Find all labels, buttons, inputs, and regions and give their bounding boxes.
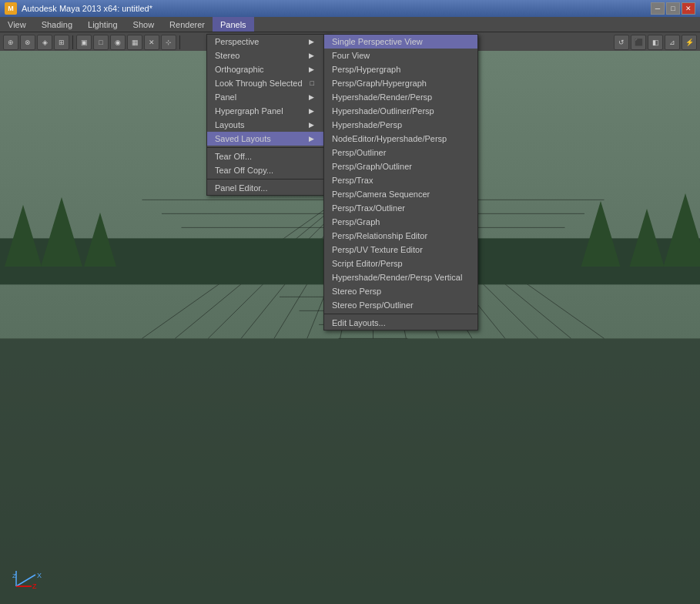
saved-layout-persp-outliner[interactable]: Persp/Outliner <box>324 146 477 159</box>
toolbar-btn-6[interactable]: □ <box>93 35 109 50</box>
panels-menu-tear-off[interactable]: Tear Off... <box>207 149 330 163</box>
saved-layout-stereo-persp-outliner[interactable]: Stereo Persp/Outliner <box>324 298 477 312</box>
toolbar-btn-1[interactable]: ⊕ <box>3 35 18 50</box>
window-title: Autodesk Maya 2013 x64: untitled* <box>22 4 651 13</box>
saved-layout-persp-graph[interactable]: Persp/Graph <box>324 215 477 229</box>
close-button[interactable]: ✕ <box>682 2 695 15</box>
toolbar-btn-10[interactable]: ⊹ <box>161 35 176 50</box>
app-icon: M <box>5 2 17 15</box>
panels-menu-orthographic[interactable]: Orthographic ▶ <box>207 62 330 76</box>
panels-menu-tear-off-copy[interactable]: Tear Off Copy... <box>207 163 330 177</box>
panels-menu-stereo[interactable]: Stereo ▶ <box>207 49 330 62</box>
maximize-button[interactable]: □ <box>666 2 680 15</box>
saved-layout-four-view[interactable]: Four View <box>324 49 477 62</box>
menu-lighting[interactable]: Lighting <box>80 17 126 32</box>
saved-layout-persp-uv-texture-editor[interactable]: Persp/UV Texture Editor <box>324 243 477 257</box>
saved-layout-script-editor-persp[interactable]: Script Editor/Persp <box>324 257 477 270</box>
menu-shading[interactable]: Shading <box>34 17 80 32</box>
saved-layouts-sep <box>324 314 477 314</box>
toolbar-sep-1 <box>72 35 73 49</box>
saved-layouts-submenu: Single Perspective View Four View Persp/… <box>323 34 478 331</box>
panels-menu-hypergraph-panel[interactable]: Hypergraph Panel ▶ <box>207 104 330 118</box>
window-controls: ─ □ ✕ <box>651 2 695 15</box>
toolbar-btn-9[interactable]: ✕ <box>144 35 159 50</box>
saved-layout-persp-graph-hypergraph[interactable]: Persp/Graph/Hypergraph <box>324 76 477 90</box>
svg-text:Z: Z <box>12 572 16 579</box>
svg-text:Z: Z <box>32 582 37 590</box>
minimize-button[interactable]: ─ <box>651 2 665 15</box>
panels-menu-panel[interactable]: Panel ▶ <box>207 90 330 104</box>
toolbar-btn-11[interactable]: ↺ <box>614 35 629 50</box>
saved-layout-nodeeditor-hypershade-persp[interactable]: NodeEditor/Hypershade/Persp <box>324 132 477 146</box>
menu-panels[interactable]: Panels <box>213 17 254 32</box>
saved-layout-edit-layouts[interactable]: Edit Layouts... <box>324 316 477 330</box>
saved-layout-single-perspective[interactable]: Single Perspective View <box>324 35 477 49</box>
saved-layout-stereo-persp[interactable]: Stereo Persp <box>324 284 477 298</box>
toolbar-btn-4[interactable]: ⊞ <box>54 35 69 50</box>
panels-menu-saved-layouts[interactable]: Saved Layouts ▶ <box>207 132 330 146</box>
panels-menu-look-through[interactable]: Look Through Selected □ <box>207 76 330 90</box>
toolbar-btn-14[interactable]: ⊿ <box>665 35 680 50</box>
panels-menu-panel-editor[interactable]: Panel Editor... <box>207 181 330 195</box>
toolbar-btn-7[interactable]: ◉ <box>110 35 126 50</box>
menu-show[interactable]: Show <box>126 17 162 32</box>
saved-layout-hypershade-outliner-persp[interactable]: Hypershade/Outliner/Persp <box>324 104 477 118</box>
menu-bar: View Shading Lighting Show Renderer Pane… <box>0 17 700 32</box>
saved-layout-persp-camera-sequencer[interactable]: Persp/Camera Sequencer <box>324 187 477 201</box>
panels-menu-sep-1 <box>207 147 330 148</box>
panels-dropdown-menu: Perspective ▶ Stereo ▶ Orthographic ▶ Lo… <box>206 34 330 196</box>
toolbar-btn-12[interactable]: ⬛ <box>631 35 646 50</box>
saved-layout-persp-trax[interactable]: Persp/Trax <box>324 173 477 187</box>
saved-layout-hypershade-persp[interactable]: Hypershade/Persp <box>324 118 477 132</box>
svg-text:X: X <box>37 572 42 579</box>
toolbar-btn-2[interactable]: ⊗ <box>20 35 35 50</box>
toolbar-btn-15[interactable]: ⚡ <box>682 35 697 50</box>
panels-menu-perspective[interactable]: Perspective ▶ <box>207 35 330 49</box>
panels-menu-sep-2 <box>207 179 330 180</box>
saved-layout-hypershade-render-persp[interactable]: Hypershade/Render/Persp <box>324 90 477 104</box>
saved-layout-persp-graph-outliner[interactable]: Persp/Graph/Outliner <box>324 159 477 173</box>
title-bar: M Autodesk Maya 2013 x64: untitled* ─ □ … <box>0 0 700 17</box>
toolbar-btn-3[interactable]: ◈ <box>37 35 52 50</box>
menu-renderer[interactable]: Renderer <box>162 17 213 32</box>
toolbar-btn-13[interactable]: ◧ <box>648 35 663 50</box>
saved-layout-persp-relationship-editor[interactable]: Persp/Relationship Editor <box>324 229 477 243</box>
axis-indicator: X Z Z <box>12 567 51 590</box>
panels-menu-layouts[interactable]: Layouts ▶ <box>207 118 330 132</box>
saved-layout-persp-trax-outliner[interactable]: Persp/Trax/Outliner <box>324 201 477 215</box>
menu-view[interactable]: View <box>0 17 34 32</box>
toolbar-btn-8[interactable]: ▦ <box>127 35 142 50</box>
saved-layout-hypershade-render-persp-vertical[interactable]: Hypershade/Render/Persp Vertical <box>324 270 477 284</box>
toolbar-sep-2 <box>179 35 180 49</box>
toolbar-btn-5[interactable]: ▣ <box>76 35 92 50</box>
saved-layout-persp-hypergraph[interactable]: Persp/Hypergraph <box>324 62 477 76</box>
